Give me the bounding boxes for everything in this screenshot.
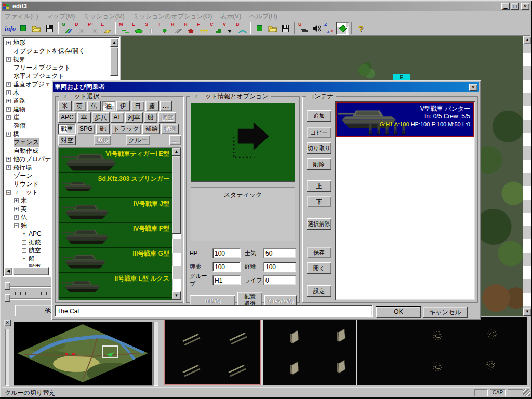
tree-toggle-icon[interactable]: + <box>22 240 26 245</box>
menu-item[interactable]: ミッションのオプション(O) <box>133 12 212 21</box>
open-map-icon[interactable] <box>30 22 43 35</box>
unit-list-scrollbar[interactable]: ▲ ▼ <box>172 148 181 300</box>
fence-icon[interactable]: F <box>196 22 209 35</box>
ok-button[interactable]: OK <box>376 307 421 318</box>
container-action-button[interactable]: 削除 <box>307 158 331 170</box>
field-input[interactable]: 100 <box>263 262 296 272</box>
cliff-icon[interactable]: C <box>209 22 222 35</box>
marsh-icon[interactable]: M <box>118 22 131 35</box>
tree-toggle-icon[interactable]: + <box>22 248 26 253</box>
info-icon[interactable]: info <box>4 22 17 35</box>
unit-list-item[interactable]: IV号戦車 J型 <box>59 198 172 223</box>
field-input[interactable]: 100 <box>212 262 241 272</box>
fence-panel-3[interactable] <box>357 317 527 385</box>
field-input[interactable]: H1 <box>212 275 241 285</box>
unit-filter-button[interactable]: 伊 <box>116 101 130 111</box>
unit-filter-button[interactable]: 砲 <box>96 124 110 134</box>
unit-filter-button[interactable]: トラック <box>111 124 141 134</box>
unit-list-item[interactable]: VI号戦車ティガーI E型 <box>59 148 172 173</box>
unit-filter-button[interactable]: ... <box>160 101 172 111</box>
scroll-down-icon[interactable]: ▼ <box>523 308 531 316</box>
help-icon[interactable]: ? <box>354 22 367 35</box>
scroll-down-icon[interactable]: ▼ <box>172 291 181 300</box>
container-action-button[interactable]: コピー <box>307 127 331 138</box>
container-action-button[interactable]: 切り取り <box>307 142 331 154</box>
menu-item[interactable]: マップ(M) <box>46 12 75 21</box>
tree-toggle-icon[interactable]: − <box>14 223 19 228</box>
container-action-button[interactable]: 保存 <box>307 247 331 258</box>
fence-panel-selected[interactable] <box>164 317 261 385</box>
vertical-icon[interactable]: V <box>222 22 235 35</box>
tree-item[interactable]: フリーオブジェクト <box>4 63 110 72</box>
unit-filter-button[interactable]: 船 <box>144 112 157 123</box>
tree-toggle-icon[interactable]: + <box>6 132 11 137</box>
new-mission-icon[interactable] <box>253 22 266 35</box>
tree-toggle-icon[interactable]: + <box>6 82 11 87</box>
field-input[interactable]: 0 <box>263 275 296 285</box>
tree-toggle-icon[interactable]: + <box>14 207 19 211</box>
destroy-icon[interactable]: D <box>74 22 87 35</box>
sound-icon[interactable] <box>310 22 323 35</box>
tree-item[interactable]: 水平オブジェクト <box>4 72 110 80</box>
dialog-close-icon[interactable]: ✕ <box>469 84 477 91</box>
tree-icon[interactable]: T <box>157 22 170 35</box>
panel-left-slider[interactable] <box>5 329 9 386</box>
menu-item[interactable]: ファイル(F) <box>5 12 38 21</box>
tree-toggle-icon[interactable]: + <box>22 257 26 261</box>
container-action-button[interactable]: 選択解除 <box>307 218 331 230</box>
unit-filter-button[interactable]: SPG <box>77 124 95 134</box>
save-mission-icon[interactable] <box>279 22 292 35</box>
diamond-icon[interactable] <box>336 22 349 35</box>
unit-filter-button[interactable]: 歩兵 <box>92 112 110 123</box>
place-add-icon[interactable]: P+ <box>87 22 100 35</box>
close-button[interactable]: ✕ <box>521 3 529 10</box>
name-input[interactable] <box>55 305 373 317</box>
unit-filter-button[interactable]: 露 <box>145 101 159 111</box>
road-icon[interactable]: R <box>170 22 183 35</box>
container-action-button[interactable]: 下 <box>307 196 331 207</box>
unit-filter-button[interactable]: 独 <box>102 101 115 111</box>
menu-item[interactable]: 表示(V) <box>220 12 241 21</box>
container-action-button[interactable]: 設定 <box>307 285 331 297</box>
unit-filter-button[interactable]: 米 <box>58 101 72 111</box>
scroll-up-icon[interactable]: ▲ <box>523 36 531 44</box>
unit-list-item[interactable]: III号戦車 G型 <box>59 248 172 273</box>
tree-toggle-icon[interactable]: + <box>6 157 11 162</box>
scroll-up-icon[interactable]: ▲ <box>110 38 118 47</box>
house-icon[interactable]: H <box>183 22 196 35</box>
unit-icon[interactable]: U <box>297 22 310 35</box>
tree-toggle-icon[interactable]: + <box>6 165 11 170</box>
eraser-icon[interactable]: E <box>100 22 113 35</box>
container-action-button[interactable]: 上 <box>307 180 331 192</box>
unit-list-item[interactable]: IV号戦車 F型 <box>59 223 172 248</box>
field-input[interactable]: 100 <box>212 248 241 258</box>
unit-filter-button[interactable]: 英 <box>73 101 86 111</box>
unit-filter-button[interactable]: 日 <box>131 101 144 111</box>
tree-item[interactable]: +視界 <box>4 55 110 63</box>
unit-filter-button[interactable]: 列車 <box>125 112 143 123</box>
cancel-button[interactable]: キャンセル <box>423 307 468 318</box>
tree-toggle-icon[interactable]: + <box>6 107 11 112</box>
tree-item[interactable]: オブジェクトを保存/開く <box>4 47 110 55</box>
container-action-button[interactable]: 追加 <box>307 110 331 122</box>
unit-filter-button[interactable]: 車 <box>77 112 91 123</box>
tree-toggle-icon[interactable]: + <box>6 115 11 120</box>
unit-filter-button[interactable]: AT <box>111 112 124 123</box>
save-map-icon[interactable] <box>43 22 56 35</box>
maximize-button[interactable]: ▢ <box>511 3 519 10</box>
menu-item[interactable]: ミッション(M) <box>83 12 124 21</box>
map-vertical-scrollbar[interactable]: ▲ ▼ <box>523 36 531 316</box>
unit-filter-button[interactable]: 戦車 <box>58 124 76 134</box>
tree-toggle-icon[interactable]: + <box>14 215 19 220</box>
resize-grip[interactable] <box>523 389 530 396</box>
tree-toggle-icon[interactable]: + <box>6 57 11 62</box>
tree-toggle-icon[interactable]: − <box>6 190 11 195</box>
scroll-up-icon[interactable]: ▲ <box>172 148 181 156</box>
open-mission-icon[interactable] <box>266 22 279 35</box>
panel-close-icon[interactable]: ✕ <box>4 320 11 326</box>
unit-filter-button[interactable]: APC <box>58 112 76 123</box>
tree-toggle-icon[interactable]: + <box>22 232 26 236</box>
stone-icon[interactable]: S <box>144 22 157 35</box>
unit-filter-button[interactable]: 補給 <box>142 124 160 134</box>
tree-item[interactable]: +地形 <box>4 38 110 47</box>
